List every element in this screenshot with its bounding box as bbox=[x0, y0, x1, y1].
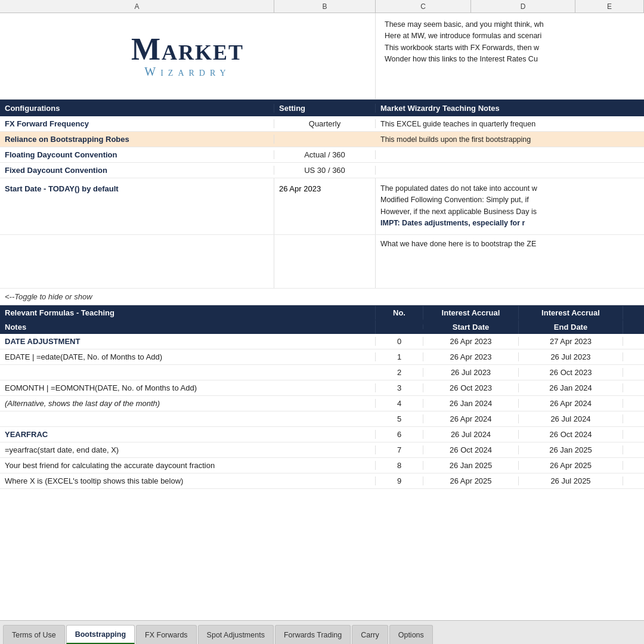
formula-d-1: 26 Jul 2023 bbox=[519, 352, 623, 361]
start-date-row: Start Date - TODAY() by default 26 Apr 2… bbox=[0, 178, 644, 235]
formula-d-7: 26 Jan 2025 bbox=[519, 445, 623, 454]
formula-label-1: EDATE | =edate(DATE, No. of Months to Ad… bbox=[0, 352, 376, 361]
config-note-0: This EXCEL guide teaches in quarterly fr… bbox=[376, 120, 644, 128]
logo: Market Wizardry bbox=[131, 34, 244, 79]
formula-label-7: =yearfrac(start date, end date, X) bbox=[0, 445, 376, 454]
formula-row-6: YEARFRAC 6 26 Jul 2024 26 Oct 2024 bbox=[0, 427, 644, 442]
tab-spot-adjustments[interactable]: Spot Adjustments bbox=[198, 625, 274, 644]
formula-row-1: EDATE | =edate(DATE, No. of Months to Ad… bbox=[0, 349, 644, 365]
formula-c-4: 26 Jan 2024 bbox=[423, 399, 519, 408]
tab-fx-forwards[interactable]: FX Forwards bbox=[136, 625, 197, 644]
config-setting-2: Actual / 360 bbox=[274, 150, 376, 159]
formulas-header-row1: Relevant Formulas - Teaching No. Interes… bbox=[0, 305, 644, 320]
formula-label-3: EOMONTH | =EOMONTH(DATE, No. of Months t… bbox=[0, 383, 376, 392]
formula-row-2: 2 26 Jul 2023 26 Oct 2023 bbox=[0, 365, 644, 380]
formulas-header-no: No. bbox=[376, 306, 423, 320]
logo-description: These may seem basic, and you might thin… bbox=[376, 13, 644, 99]
formulas-header-c1: Interest Accrual bbox=[423, 306, 519, 320]
column-header-row: A B C D E bbox=[0, 0, 644, 13]
logo-market-text: Market bbox=[131, 34, 244, 65]
formula-d-9: 26 Jul 2025 bbox=[519, 476, 623, 485]
toggle-row[interactable]: <--Toggle to hide or show bbox=[0, 289, 644, 305]
tab-bar[interactable]: Terms of UseBootstrappingFX ForwardsSpot… bbox=[0, 620, 644, 644]
formula-label-0: DATE ADJUSTMENT bbox=[0, 337, 376, 346]
config-setting-0: Quarterly bbox=[274, 119, 376, 128]
logo-desc-line3: This workbook starts with FX Forwards, t… bbox=[385, 42, 635, 54]
empty-cell-b bbox=[274, 235, 376, 288]
formula-c-6: 26 Jul 2024 bbox=[423, 430, 519, 439]
formula-c-5: 26 Apr 2024 bbox=[423, 414, 519, 423]
formulas-header-e1 bbox=[623, 310, 644, 315]
formula-c-2: 26 Jul 2023 bbox=[423, 368, 519, 377]
formulas-header-d1: Interest Accrual bbox=[519, 306, 623, 320]
formulas-header-notes: Notes bbox=[0, 320, 376, 334]
formula-c-7: 26 Oct 2024 bbox=[423, 445, 519, 454]
start-date-notes: The populated dates do not take into acc… bbox=[376, 178, 644, 234]
formula-d-0: 27 Apr 2023 bbox=[519, 337, 623, 346]
col-header-c: C bbox=[376, 0, 471, 13]
formula-row-8: Your best friend for calculating the acc… bbox=[0, 458, 644, 473]
start-date-note-1: The populated dates do not take into acc… bbox=[380, 183, 639, 194]
formula-row-7: =yearfrac(start date, end date, X) 7 26 … bbox=[0, 442, 644, 458]
formula-label-8: Your best friend for calculating the acc… bbox=[0, 461, 376, 470]
config-row-2: Floating Daycount Convention Actual / 36… bbox=[0, 147, 644, 163]
logo-desc-line2: Here at MW, we introduce formulas and sc… bbox=[385, 30, 635, 42]
formula-c-9: 26 Apr 2025 bbox=[423, 476, 519, 485]
formulas-header-main: Relevant Formulas - Teaching bbox=[0, 306, 376, 320]
tabs-container: Terms of UseBootstrappingFX ForwardsSpot… bbox=[3, 625, 433, 644]
formula-c-3: 26 Oct 2023 bbox=[423, 383, 519, 392]
formula-label-6: YEARFRAC bbox=[0, 430, 376, 439]
col-header-e: E bbox=[575, 0, 644, 13]
formula-row-9: Where X is (EXCEL's tooltip shows this t… bbox=[0, 473, 644, 489]
config-label-3: Fixed Daycount Convention bbox=[0, 166, 274, 175]
logo-cell: Market Wizardry bbox=[0, 13, 376, 99]
formula-no-8: 8 bbox=[376, 461, 423, 470]
formula-d-5: 26 Jul 2024 bbox=[519, 414, 623, 423]
start-date-value: 26 Apr 2023 bbox=[274, 178, 376, 234]
formula-d-2: 26 Oct 2023 bbox=[519, 368, 623, 377]
formula-d-6: 26 Oct 2024 bbox=[519, 430, 623, 439]
tab-terms-of-use[interactable]: Terms of Use bbox=[3, 625, 65, 644]
formula-no-2: 2 bbox=[376, 368, 423, 377]
logo-desc-line4: Wonder how this links to the Interest Ra… bbox=[385, 54, 635, 65]
formula-label-9: Where X is (EXCEL's tooltip shows this t… bbox=[0, 476, 376, 485]
start-date-note-3: However, if the next applicable Business… bbox=[380, 206, 639, 218]
start-date-label: Start Date - TODAY() by default bbox=[0, 178, 274, 234]
logo-section: Market Wizardry These may seem basic, an… bbox=[0, 13, 644, 100]
formula-c-1: 26 Apr 2023 bbox=[423, 352, 519, 361]
empty-note: What we have done here is to bootstrap t… bbox=[376, 235, 644, 288]
config-header-label: Configurations bbox=[0, 104, 274, 113]
config-row-1: Reliance on Bootstrapping Robes This mod… bbox=[0, 132, 644, 147]
toggle-label[interactable]: <--Toggle to hide or show bbox=[5, 292, 92, 301]
formula-no-9: 9 bbox=[376, 476, 423, 485]
formula-row-3: EOMONTH | =EOMONTH(DATE, No. of Months t… bbox=[0, 380, 644, 396]
config-label-2: Floating Daycount Convention bbox=[0, 150, 274, 159]
logo-desc-line1: These may seem basic, and you might thin… bbox=[385, 19, 635, 30]
config-setting-3: US 30 / 360 bbox=[274, 166, 376, 175]
formulas-header-d2: End Date bbox=[519, 320, 623, 334]
logo-wizardry-text: Wizardry bbox=[131, 65, 244, 79]
formula-c-8: 26 Jan 2025 bbox=[423, 461, 519, 470]
formula-no-6: 6 bbox=[376, 430, 423, 439]
formula-no-4: 4 bbox=[376, 399, 423, 408]
config-row-0: FX Forward Frequency Quarterly This EXCE… bbox=[0, 116, 644, 132]
col-header-a: A bbox=[0, 0, 274, 13]
formulas-header-e2 bbox=[623, 324, 644, 329]
tab-bootstrapping[interactable]: Bootstrapping bbox=[66, 625, 135, 644]
tab-carry[interactable]: Carry bbox=[352, 625, 388, 644]
col-header-d: D bbox=[471, 0, 575, 13]
tab-options[interactable]: Options bbox=[389, 625, 433, 644]
start-date-note-bold: IMPT: Dates adjustments, especially for … bbox=[380, 218, 639, 229]
formulas-header-no2 bbox=[376, 324, 423, 329]
start-date-note-2: Modified Following Convention: Simply pu… bbox=[380, 194, 639, 206]
spreadsheet: A B C D E Market Wizardry These may seem… bbox=[0, 0, 644, 620]
formulas-header-row2: Notes Start Date End Date bbox=[0, 320, 644, 334]
config-header-row: Configurations Setting Market Wizardry T… bbox=[0, 100, 644, 116]
formulas-header: Relevant Formulas - Teaching No. Interes… bbox=[0, 305, 644, 334]
tab-forwards-trading[interactable]: Forwards Trading bbox=[275, 625, 351, 644]
formula-row-0: DATE ADJUSTMENT 0 26 Apr 2023 27 Apr 202… bbox=[0, 334, 644, 349]
formula-d-3: 26 Jan 2024 bbox=[519, 383, 623, 392]
formula-rows: DATE ADJUSTMENT 0 26 Apr 2023 27 Apr 202… bbox=[0, 334, 644, 489]
col-header-b: B bbox=[274, 0, 376, 13]
empty-section: What we have done here is to bootstrap t… bbox=[0, 235, 644, 289]
